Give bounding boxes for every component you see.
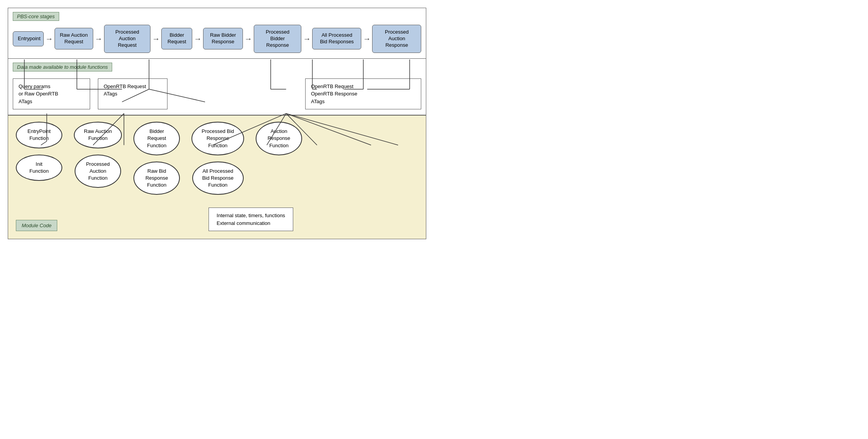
arrow-1: → — [44, 34, 55, 43]
stage-processed-auction-response: Processed Auction Response — [372, 25, 421, 53]
stage-all-processed-bid-responses: All Processed Bid Responses — [312, 28, 361, 49]
stage-raw-bidder-response: Raw Bidder Response — [203, 28, 243, 49]
data-box-openrtb-response: OpenRTB RequestOpenRTB ResponseATags — [305, 78, 421, 110]
data-boxes-row: Query paramsor Raw OpenRTBATags OpenRTB … — [13, 78, 421, 110]
stages-row: Entrypoint → Raw Auction Request → Proce… — [13, 25, 421, 53]
data-section-label: Data made available to module functions — [13, 63, 112, 71]
stage-bidder-request: Bidder Request — [161, 28, 192, 49]
stage-raw-auction-request: Raw Auction Request — [55, 28, 93, 49]
processed-auction-function-oval: ProcessedAuctionFunction — [75, 155, 121, 188]
stage-processed-bidder-response: Processed Bidder Response — [254, 25, 302, 53]
arrow-4: → — [192, 34, 203, 43]
internal-state-box: Internal state, timers, functionsExterna… — [208, 208, 293, 231]
stage-entrypoint: Entrypoint — [13, 31, 44, 46]
data-section: Data made available to module functions … — [8, 59, 426, 116]
module-section: EntryPointFunction InitFunction Raw Auct… — [8, 115, 426, 239]
processed-bid-response-function-oval: Processed BidResponseFunction — [191, 122, 244, 155]
arrow-3: → — [150, 34, 161, 43]
arrow-6: → — [301, 34, 312, 43]
data-box-openrtb-request: OpenRTB RequestATags — [98, 78, 167, 110]
entrypoint-function-oval: EntryPointFunction — [16, 122, 62, 148]
arrow-2: → — [93, 34, 104, 43]
raw-bid-response-function-oval: Raw BidResponseFunction — [133, 162, 180, 195]
pbs-stages-label: PBS-core stages — [13, 12, 59, 21]
arrow-5: → — [243, 34, 254, 43]
all-processed-bid-response-function-oval: All ProcessedBid ResponseFunction — [192, 162, 244, 195]
pbs-stages-section: PBS-core stages Entrypoint → Raw Auction… — [8, 8, 426, 59]
functions-row-1: EntryPointFunction InitFunction Raw Auct… — [16, 122, 418, 195]
bidder-request-function-oval: BidderRequestFunction — [133, 122, 180, 155]
init-function-oval: InitFunction — [16, 155, 62, 181]
module-code-label: Module Code — [16, 220, 57, 231]
data-box-query-params: Query paramsor Raw OpenRTBATags — [13, 78, 90, 110]
main-diagram: PBS-core stages Entrypoint → Raw Auction… — [8, 8, 426, 239]
raw-auction-function-oval: Raw AuctionFunction — [74, 122, 122, 148]
arrow-7: → — [361, 34, 372, 43]
auction-response-function-oval: AuctionResponseFunction — [256, 122, 302, 155]
stage-processed-auction-request: Processed Auction Request — [104, 25, 151, 53]
